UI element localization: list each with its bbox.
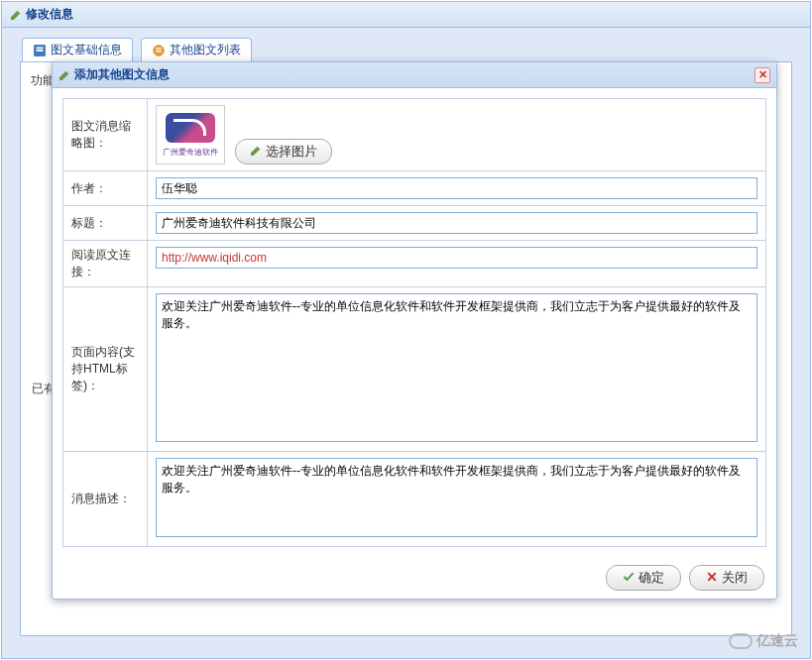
title-input[interactable] (156, 212, 757, 234)
modal-footer: 确定 关闭 (53, 557, 776, 599)
thumbnail-preview: 广州爱奇迪软件 (156, 105, 225, 165)
desc-label: 消息描述： (63, 452, 148, 547)
tab-label: 其他图文列表 (170, 42, 241, 58)
svg-rect-4 (156, 48, 161, 49)
tab-basic-info[interactable]: 图文基础信息 (22, 38, 133, 61)
row-url: 阅读原文连接： (63, 241, 766, 287)
cloud-icon (729, 633, 753, 649)
svg-rect-2 (37, 50, 44, 52)
x-icon (706, 571, 718, 586)
thumbnail-caption: 广州爱奇迪软件 (163, 147, 218, 158)
author-input[interactable] (156, 177, 757, 199)
outer-panel: 修改信息 图文基础信息 其他图文列表 功能 已有 添加其他图文信息 ✕ (1, 1, 811, 659)
form-table: 图文消息缩略图： 广州爱奇迪软件 选择图片 (62, 98, 766, 547)
logo-icon (166, 113, 215, 143)
ok-label: 确定 (638, 569, 664, 587)
outer-header: 修改信息 (2, 2, 810, 28)
check-icon (623, 571, 635, 586)
tab-other-list[interactable]: 其他图文列表 (141, 38, 252, 61)
modal-header: 添加其他图文信息 ✕ (53, 62, 776, 88)
tab-label: 图文基础信息 (51, 42, 122, 58)
title-label: 标题： (63, 206, 148, 241)
modal-body: 图文消息缩略图： 广州爱奇迪软件 选择图片 (53, 88, 776, 557)
ok-button[interactable]: 确定 (606, 565, 681, 591)
row-author: 作者： (63, 171, 766, 206)
row-title: 标题： (63, 206, 766, 241)
pencil-icon (250, 145, 262, 160)
close-action-button[interactable]: 关闭 (689, 565, 764, 591)
watermark: 亿速云 (729, 632, 798, 650)
content-label: 页面内容(支持HTML标签)： (63, 287, 148, 452)
modal-dialog: 添加其他图文信息 ✕ 图文消息缩略图： 广州爱奇迪软件 (52, 61, 777, 600)
select-image-button[interactable]: 选择图片 (235, 139, 332, 165)
close-button[interactable]: ✕ (754, 67, 770, 83)
outer-title: 修改信息 (26, 6, 73, 23)
close-label: 关闭 (722, 569, 748, 587)
tab-bar: 图文基础信息 其他图文列表 (2, 28, 810, 61)
modal-title: 添加其他图文信息 (74, 66, 751, 83)
thumbnail-label: 图文消息缩略图： (63, 99, 148, 171)
desc-textarea[interactable] (156, 458, 757, 537)
row-content: 页面内容(支持HTML标签)： (63, 287, 766, 452)
row-desc: 消息描述： (63, 452, 766, 547)
svg-rect-5 (156, 51, 161, 52)
pencil-icon (58, 69, 70, 81)
content-textarea[interactable] (156, 293, 757, 442)
pencil-icon (10, 9, 22, 21)
svg-rect-1 (37, 47, 44, 49)
url-label: 阅读原文连接： (63, 241, 148, 287)
list-icon (152, 44, 166, 57)
watermark-text: 亿速云 (756, 632, 798, 650)
form-icon (33, 44, 47, 57)
select-image-label: 选择图片 (266, 143, 317, 161)
url-input[interactable] (156, 247, 757, 269)
thumbnail-area: 广州爱奇迪软件 选择图片 (156, 105, 757, 165)
row-thumbnail: 图文消息缩略图： 广州爱奇迪软件 选择图片 (63, 99, 766, 171)
close-icon: ✕ (758, 68, 767, 81)
author-label: 作者： (63, 171, 148, 206)
